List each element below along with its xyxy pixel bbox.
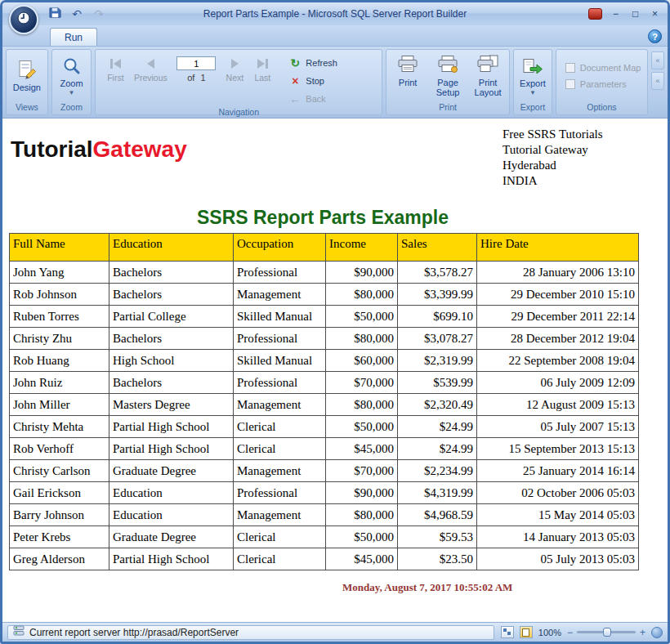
last-page-button[interactable]: Last xyxy=(248,51,276,83)
table-cell: Management xyxy=(234,284,326,306)
table-cell: $59.53 xyxy=(398,526,477,548)
tutorial-gateway-logo: TutorialGateway xyxy=(11,136,187,163)
ribbon-scroll-up-button[interactable]: « xyxy=(651,51,664,69)
page-of-label: of 1 xyxy=(187,73,205,83)
zoom-slider-thumb[interactable] xyxy=(603,628,611,637)
address-line: Tutorial Gateway xyxy=(502,142,603,158)
table-cell: Bachelors xyxy=(109,328,234,350)
save-button[interactable] xyxy=(47,7,63,21)
table-cell: 15 September 2013 15:13 xyxy=(477,438,639,460)
print-layout-mode-icon[interactable] xyxy=(520,626,533,638)
report-table-body: John YangBachelorsProfessional$90,000$3,… xyxy=(10,262,639,570)
table-cell: Gail Erickson xyxy=(10,482,109,504)
titlebar-red-icon[interactable] xyxy=(588,8,602,20)
table-cell: Ruben Torres xyxy=(10,306,109,328)
table-cell: John Miller xyxy=(10,394,109,416)
save-icon xyxy=(49,7,61,21)
table-cell: Management xyxy=(234,504,326,526)
table-cell: 25 January 2014 16:14 xyxy=(477,460,639,482)
navigation-group-label: Navigation xyxy=(96,107,382,119)
table-cell: Clerical xyxy=(234,416,326,438)
redo-button[interactable]: ↷ xyxy=(91,7,107,21)
table-cell: 02 October 2006 05:03 xyxy=(477,482,639,504)
back-icon: ← xyxy=(289,92,301,105)
previous-page-button[interactable]: Previous xyxy=(129,51,172,83)
table-cell: Clerical xyxy=(234,548,326,570)
ribbon-scroll-down-button[interactable]: « xyxy=(651,72,664,90)
table-row: Christy MehtaPartial High SchoolClerical… xyxy=(10,416,639,438)
table-cell: Partial College xyxy=(109,306,234,328)
undo-button[interactable]: ↶ xyxy=(69,7,85,21)
table-cell: $45,000 xyxy=(326,548,398,570)
ribbon-group-export: Export ▾ Export xyxy=(513,49,552,115)
ribbon-group-options: Document Map Parameters Options xyxy=(556,49,648,115)
printer-icon xyxy=(397,55,418,76)
table-cell: $4,968.59 xyxy=(398,504,477,526)
column-header-hire-date: Hire Date xyxy=(477,234,639,262)
table-cell: 05 July 2013 05:03 xyxy=(477,548,639,570)
report-server-icon xyxy=(13,625,25,639)
table-cell: High School xyxy=(109,350,234,372)
page-number-input[interactable] xyxy=(176,56,216,70)
refresh-button[interactable]: ↻ Refresh xyxy=(289,56,337,69)
next-page-button[interactable]: Next xyxy=(221,51,248,83)
table-cell: Rob Johnson xyxy=(10,284,109,306)
table-cell: $70,000 xyxy=(326,372,398,394)
table-row: Greg AldersonPartial High SchoolClerical… xyxy=(10,548,639,570)
print-layout-button[interactable]: Print Layout xyxy=(469,55,507,97)
table-cell: 06 July 2009 12:09 xyxy=(477,372,639,394)
table-header-row: Full Name Education Occupation Income Sa… xyxy=(10,234,639,262)
design-button[interactable]: Design xyxy=(13,60,41,92)
parameters-label: Parameters xyxy=(580,79,627,89)
table-cell: Professional xyxy=(234,372,326,394)
zoom-slider-track[interactable] xyxy=(577,631,636,633)
status-message: Current report server http://prasad/Repo… xyxy=(7,625,494,640)
help-button[interactable]: ? xyxy=(648,29,662,43)
export-icon xyxy=(522,57,543,77)
table-cell: Bachelors xyxy=(109,372,234,394)
table-cell: Education xyxy=(109,482,234,504)
table-cell: $3,078.27 xyxy=(398,328,477,350)
maximize-button[interactable]: □ xyxy=(629,8,641,20)
table-cell: 29 December 2010 15:10 xyxy=(477,284,639,306)
first-page-button[interactable]: First xyxy=(101,51,129,83)
design-icon xyxy=(17,60,37,81)
export-button[interactable]: Export ▾ xyxy=(520,57,546,95)
address-line: Free SSRS Tutorials xyxy=(502,127,603,142)
table-row: Gail EricksonEducationProfessional$90,00… xyxy=(10,482,639,504)
ribbon-side-controls: « « xyxy=(651,49,664,115)
zoom-in-button[interactable]: + xyxy=(640,627,645,638)
refresh-icon: ↻ xyxy=(289,56,301,69)
resize-grip[interactable] xyxy=(651,627,663,638)
zoom-out-button[interactable]: − xyxy=(567,627,573,638)
first-label: First xyxy=(107,73,123,83)
table-cell: $4,319.99 xyxy=(398,482,477,504)
ribbon-group-zoom: Zoom ▾ Zoom xyxy=(51,49,92,115)
table-cell: $45,000 xyxy=(326,438,398,460)
back-button[interactable]: ← Back xyxy=(289,92,337,105)
zoom-slider: − + xyxy=(567,627,645,638)
page-setup-label: Page Setup xyxy=(429,78,467,97)
address-block: Free SSRS Tutorials Tutorial Gateway Hyd… xyxy=(502,127,603,189)
table-row: John RuizBachelorsProfessional$70,000$53… xyxy=(10,372,639,394)
document-map-button[interactable]: Document Map xyxy=(565,63,641,73)
table-row: John MillerMasters DegreeManagement$80,0… xyxy=(10,394,639,416)
report-viewer: TutorialGateway Free SSRS Tutorials Tuto… xyxy=(2,119,668,622)
table-cell: John Yang xyxy=(10,262,109,284)
page-setup-button[interactable]: Page Setup xyxy=(429,55,467,97)
parameters-button[interactable]: Parameters xyxy=(565,79,627,89)
minimize-button[interactable]: − xyxy=(610,8,622,20)
stop-button[interactable]: × Stop xyxy=(289,74,337,87)
previous-page-icon xyxy=(147,58,154,69)
table-cell: 28 December 2012 19:04 xyxy=(477,328,639,350)
print-button[interactable]: Print xyxy=(389,55,427,87)
table-cell: Peter Krebs xyxy=(10,526,109,548)
office-button[interactable] xyxy=(9,5,38,34)
zoom-button[interactable]: Zoom ▾ xyxy=(60,57,83,95)
close-button[interactable]: × xyxy=(649,8,661,20)
table-cell: Partial High School xyxy=(109,548,234,570)
preview-mode-icon[interactable] xyxy=(501,626,514,638)
table-cell: Professional xyxy=(234,328,326,350)
table-cell: $2,234.99 xyxy=(398,460,477,482)
tab-run[interactable]: Run xyxy=(50,28,97,46)
